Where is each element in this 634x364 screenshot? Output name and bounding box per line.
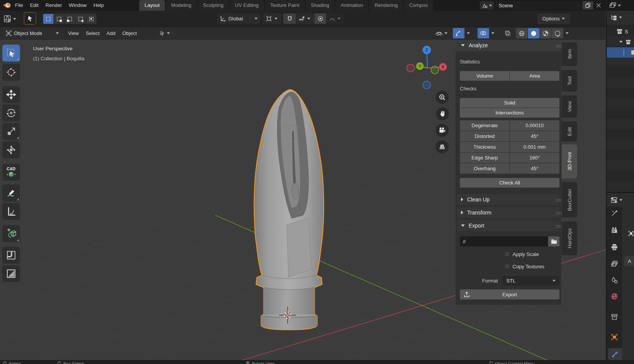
menu-render[interactable]: Render [42,0,65,11]
overhang-value-field[interactable]: 45° [510,163,559,174]
zoom-button[interactable] [436,91,449,104]
shading-dropdown[interactable] [564,28,571,38]
tab-render-properties[interactable] [611,227,618,234]
export-button[interactable]: Export [460,289,559,299]
check-intersections-button[interactable]: Intersections [460,108,559,118]
export-path-input[interactable]: // [460,236,548,246]
sidebar-tab-view[interactable]: View [562,95,577,118]
tool-fillet[interactable] [2,247,20,264]
tool-select-box[interactable] [2,45,20,61]
tool-add-cube[interactable] [2,225,20,242]
thickness-value-field[interactable]: 0.001 mm [510,142,559,152]
tool-boxcutter[interactable] [2,265,20,282]
sidebar-tab-boxcutter[interactable]: BoxCutter [562,182,577,218]
viewport-menu-view[interactable]: View [65,28,82,38]
check-degenerate-button[interactable]: Degenerate [460,120,509,131]
tool-transform[interactable] [2,141,20,158]
volume-button[interactable]: Volume [460,71,509,81]
tool-annotate[interactable] [2,184,20,201]
tab-scene-properties[interactable] [611,277,618,284]
workspace-tab-layout[interactable]: Layout [139,0,165,11]
select-mode-intersect-button[interactable] [86,14,97,24]
check-thickness-button[interactable]: Thickness [460,142,509,152]
tool-move[interactable] [2,86,20,103]
tool-dropdown[interactable] [157,28,175,38]
panel-grip-handle[interactable] [556,212,557,213]
gizmo-neg-y[interactable] [431,66,439,74]
sidebar-tab-3d-print[interactable]: 3D-Print [562,145,577,178]
shading-wireframe-button[interactable] [516,28,528,38]
outliner-display-mode-dropdown[interactable] [611,14,622,21]
view-layer-selector[interactable] [609,2,621,9]
pivot-point-dropdown[interactable] [263,13,281,24]
select-mode-invert-button[interactable] [75,14,86,24]
viewport-menu-add[interactable]: Add [103,28,119,38]
shading-material-button[interactable] [540,28,551,38]
sidebar-tab-item[interactable]: Item [562,42,577,66]
apply-scale-checkbox[interactable] [504,251,510,257]
gizmo-dropdown[interactable] [465,28,472,38]
workspace-tab-uv-editing[interactable]: UV Editing [230,0,264,11]
tab-object-properties[interactable] [611,334,618,341]
workspace-tab-animation[interactable]: Animation [335,0,368,11]
new-scene-button[interactable] [582,1,593,10]
unlink-scene-button[interactable] [595,3,602,8]
outliner-row-scene-collection[interactable]: S [607,27,634,37]
analyze-panel-header[interactable]: Analyze [456,40,561,51]
workspace-tab-compositing[interactable]: Compos [404,0,433,11]
cleanup-panel-header[interactable]: Clean Up [457,194,560,205]
proportional-falloff-dropdown[interactable] [326,13,344,24]
show-overlays-toggle[interactable] [478,28,489,38]
snap-toggle-button[interactable] [283,13,296,24]
blender-logo-icon[interactable] [3,2,11,9]
tab-tool-properties[interactable] [611,210,618,217]
select-mode-subtract-button[interactable] [65,14,75,24]
tool-measure[interactable] [2,203,20,220]
copy-textures-checkbox[interactable] [504,264,510,269]
check-distorted-button[interactable]: Distorted [460,131,509,141]
pan-hand-button[interactable] [436,107,449,120]
camera-view-button[interactable] [436,124,449,137]
edge-sharp-value-field[interactable]: 160° [510,153,559,163]
check-all-button[interactable]: Check All [460,178,559,188]
xray-toggle[interactable] [502,28,514,38]
distorted-value-field[interactable]: 45° [510,131,559,141]
show-gizmo-toggle[interactable] [453,28,464,38]
panel-grip-handle[interactable] [556,199,557,200]
toggle-ortho-button[interactable] [436,140,449,153]
menu-help[interactable]: Help [90,0,107,11]
workspace-tab-rendering[interactable]: Rendering [369,0,403,11]
viewport-menu-object[interactable]: Object [119,28,140,38]
check-edge-sharp-button[interactable]: Edge Sharp [460,153,509,163]
shading-rendered-button[interactable] [552,28,563,38]
workspace-tab-shading[interactable]: Shading [306,0,335,11]
panel-grip-handle[interactable] [556,225,557,226]
export-panel-header[interactable]: Export [457,220,560,231]
scene-name-field[interactable]: Scene [496,1,581,10]
menu-edit[interactable]: Edit [27,0,42,11]
active-tool-indicator[interactable] [24,12,36,25]
tool-scale[interactable] [2,123,20,140]
tab-collection-properties[interactable] [611,314,618,320]
gizmo-neg-z[interactable] [423,81,431,89]
sidebar-tab-tool[interactable]: Tool [562,70,577,91]
degenerate-value-field[interactable]: 0.00010 [510,120,559,131]
transform-orientation-dropdown[interactable]: Global [217,13,260,24]
workspace-tab-sculpting[interactable]: Sculpting [198,0,229,11]
options-dropdown[interactable]: Options [537,13,570,24]
check-solid-button[interactable]: Solid [460,98,559,108]
workspace-tab-modeling[interactable]: Modeling [166,0,197,11]
add-modifier-button[interactable]: A [624,256,634,266]
menu-file[interactable]: File [12,0,27,11]
tab-view-layer-properties[interactable] [611,261,618,268]
check-overhang-button[interactable]: Overhang [460,163,509,174]
area-button[interactable]: Area [510,71,559,81]
shading-solid-button[interactable] [528,28,539,38]
overlays-dropdown[interactable] [489,28,496,38]
tab-output-properties[interactable] [611,244,618,251]
outliner-row-collection[interactable] [607,37,634,47]
sidebar-tab-hardops[interactable]: HardOps [562,221,577,255]
mode-dropdown[interactable]: Object Mode [3,28,62,38]
tab-modifier-properties-active[interactable] [608,348,622,361]
transform-panel-header[interactable]: Transform [457,207,560,218]
